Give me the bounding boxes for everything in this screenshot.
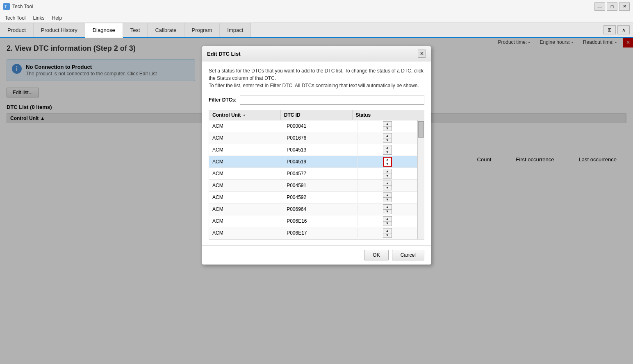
modal-dialog: Edit DTC List ✕ Set a status for the DTC… <box>202 46 431 265</box>
dtc-row[interactable]: ACMP004513▲▼ <box>209 144 417 156</box>
cell-status[interactable]: ▲▼ <box>357 180 417 191</box>
menu-item-help[interactable]: Help <box>49 14 66 22</box>
spinner-control[interactable]: ▲▼ <box>383 228 392 238</box>
filter-label: Filter DTCs: <box>209 97 237 103</box>
maximize-button[interactable]: □ <box>607 2 617 11</box>
dtc-row[interactable]: ACMP006E16▲▼ <box>209 215 417 227</box>
spinner-control[interactable]: ▲▼ <box>383 216 392 226</box>
tab-bar: Product Product History Diagnose Test Ca… <box>0 23 633 38</box>
cell-dtc-id: P004592 <box>283 192 357 203</box>
spinner-up-button[interactable]: ▲ <box>383 228 392 233</box>
cell-control-unit: ACM <box>209 228 283 238</box>
app-icon: T <box>3 3 10 10</box>
dtc-row[interactable]: ACMP000041▲▼ <box>209 120 417 132</box>
cell-status[interactable]: ▲▼ <box>357 215 417 227</box>
spinner-control[interactable]: ▲▼ <box>383 133 392 143</box>
spinner-down-button[interactable]: ▼ <box>383 174 392 179</box>
filter-row: Filter DTCs: <box>209 95 424 105</box>
spinner-down-button[interactable]: ▼ <box>383 222 392 226</box>
spinner-up-button[interactable]: ▲ <box>383 169 392 174</box>
tab-diagnose[interactable]: Diagnose <box>85 23 123 38</box>
cell-status[interactable]: ▲▼ <box>357 192 417 203</box>
spinner-up-button[interactable]: ▲ <box>383 193 392 198</box>
dtc-row[interactable]: ACMP004592▲▼ <box>209 192 417 203</box>
spinner-up-button[interactable]: ▲ <box>383 205 392 210</box>
cell-control-unit: ACM <box>209 133 283 143</box>
dtc-row[interactable]: ACMP001676▲▼ <box>209 132 417 144</box>
cell-status[interactable]: ▲▼ <box>357 120 417 132</box>
scrollbar-thumb[interactable] <box>418 121 424 138</box>
close-button[interactable]: ✕ <box>619 2 630 11</box>
cell-dtc-id: P004591 <box>283 180 357 191</box>
dtc-row[interactable]: ACMP004519▲▼ <box>209 156 417 168</box>
spinner-up-button[interactable]: ▲ <box>383 181 392 186</box>
spinner-down-button[interactable]: ▼ <box>383 127 392 131</box>
svg-text:T: T <box>5 5 7 9</box>
spinner-control[interactable]: ▲▼ <box>383 204 392 214</box>
dtc-row[interactable]: ACMP004577▲▼ <box>209 168 417 180</box>
cell-status[interactable]: ▲▼ <box>357 156 417 167</box>
ok-button[interactable]: OK <box>364 250 388 260</box>
tab-impact[interactable]: Impact <box>220 23 251 37</box>
tab-product-history[interactable]: Product History <box>34 23 85 37</box>
cell-dtc-id: P006964 <box>283 204 357 215</box>
modal-header: Edit DTC List ✕ <box>202 46 431 61</box>
dtc-row[interactable]: ACMP006964▲▼ <box>209 203 417 215</box>
spinner-down-button[interactable]: ▼ <box>383 150 392 155</box>
tab-test[interactable]: Test <box>123 23 148 37</box>
cell-status[interactable]: ▲▼ <box>357 144 417 156</box>
modal-description: Set a status for the DTCs that you want … <box>209 67 424 89</box>
spinner-down-button[interactable]: ▼ <box>383 210 392 214</box>
collapse-button[interactable]: ∧ <box>617 25 630 34</box>
cell-control-unit: ACM <box>209 145 283 155</box>
dtc-table-header: Control Unit ▲ DTC ID Status <box>209 110 424 120</box>
tab-product[interactable]: Product <box>0 23 34 37</box>
cell-control-unit: ACM <box>209 168 283 179</box>
spinner-control[interactable]: ▲▼ <box>383 121 392 131</box>
filter-input[interactable] <box>240 95 424 105</box>
minimize-button[interactable]: — <box>594 2 605 11</box>
menu-item-techtool[interactable]: Tech Tool <box>2 14 29 22</box>
dtc-table-rows: ACMP000041▲▼ACMP001676▲▼ACMP004513▲▼ACMP… <box>209 120 417 239</box>
cell-control-unit: ACM <box>209 192 283 203</box>
col-header-status[interactable]: Status <box>353 110 413 120</box>
tab-program[interactable]: Program <box>184 23 220 37</box>
spinner-control[interactable]: ▲▼ <box>383 145 392 155</box>
cancel-button[interactable]: Cancel <box>392 250 424 260</box>
modal-close-button[interactable]: ✕ <box>418 50 426 58</box>
cell-status[interactable]: ▲▼ <box>357 132 417 144</box>
title-bar: T Tech Tool — □ ✕ <box>0 0 633 13</box>
cell-status[interactable]: ▲▼ <box>357 203 417 215</box>
spinner-down-button[interactable]: ▼ <box>383 233 392 238</box>
spinner-control[interactable]: ▲▼ <box>383 157 392 167</box>
col-header-control-unit[interactable]: Control Unit ▲ <box>209 110 281 120</box>
spinner-up-button[interactable]: ▲ <box>383 122 392 127</box>
modal-footer: OK Cancel <box>202 245 431 265</box>
tab-calibrate[interactable]: Calibrate <box>148 23 184 37</box>
col-header-scroll <box>413 110 424 120</box>
menu-item-links[interactable]: Links <box>30 14 48 22</box>
cell-dtc-id: P006E16 <box>283 216 357 226</box>
cell-status[interactable]: ▲▼ <box>357 168 417 179</box>
cell-status[interactable]: ▲▼ <box>357 227 417 239</box>
dtc-scrollbar[interactable] <box>417 120 424 239</box>
spinner-up-button[interactable]: ▲ <box>383 133 392 138</box>
spinner-control[interactable]: ▲▼ <box>383 169 392 179</box>
dtc-row[interactable]: ACMP006E17▲▼ <box>209 227 417 239</box>
grid-view-button[interactable]: ⊞ <box>603 25 616 34</box>
spinner-control[interactable]: ▲▼ <box>383 181 392 190</box>
spinner-up-button[interactable]: ▲ <box>383 145 392 150</box>
dtc-row[interactable]: ACMP004591▲▼ <box>209 180 417 192</box>
title-bar-controls: — □ ✕ <box>594 2 630 11</box>
spinner-control[interactable]: ▲▼ <box>383 192 392 202</box>
spinner-down-button[interactable]: ▼ <box>383 138 392 143</box>
spinner-up-button[interactable]: ▲ <box>384 158 391 162</box>
cell-control-unit: ACM <box>209 121 283 131</box>
spinner-down-button[interactable]: ▼ <box>384 162 391 166</box>
modal-overlay: Edit DTC List ✕ Set a status for the DTC… <box>0 38 633 364</box>
spinner-up-button[interactable]: ▲ <box>383 217 392 222</box>
cell-dtc-id: P004577 <box>283 168 357 179</box>
spinner-down-button[interactable]: ▼ <box>383 198 392 202</box>
spinner-down-button[interactable]: ▼ <box>383 186 392 190</box>
col-header-dtc-id[interactable]: DTC ID <box>281 110 353 120</box>
